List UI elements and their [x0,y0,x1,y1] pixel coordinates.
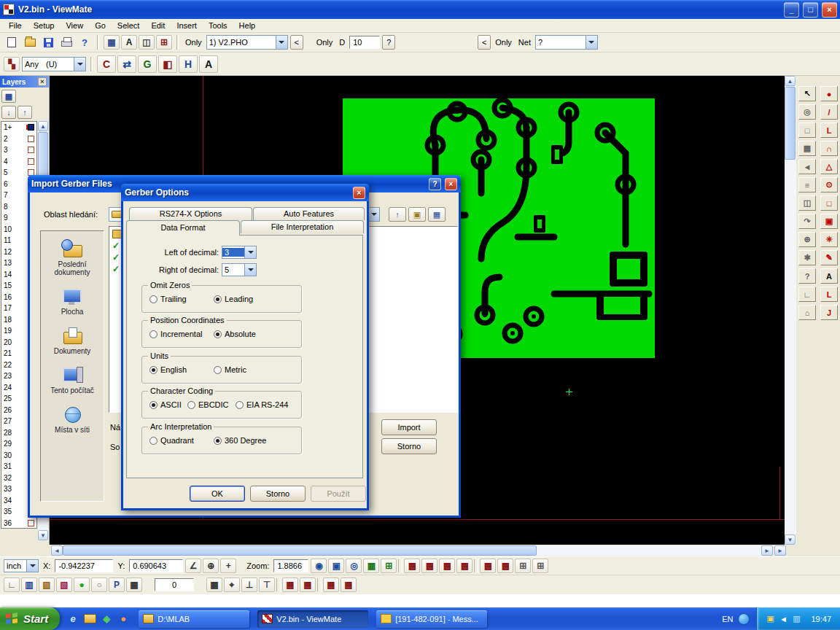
radio-selected-icon[interactable] [149,366,158,374]
highlight-grid-icon[interactable]: ⊞ [156,35,172,50]
radio-quadrant[interactable]: Quadrant [149,436,194,445]
views-icon[interactable]: ▦ [428,207,446,222]
layer-move-down-button[interactable]: ↓ [1,106,16,119]
dcode-filter-combo[interactable]: Any (U) [22,57,86,71]
desktop-quicklaunch-icon[interactable]: ◈ [100,612,113,626]
volume-tray-icon[interactable]: ◄ [777,613,789,625]
relative-origin-icon[interactable]: + [220,559,236,573]
cancel-button[interactable]: Storno [381,438,437,454]
context-help-icon[interactable]: ? [77,34,93,50]
place-network[interactable]: Místa v síti [41,400,104,439]
dialog-close-icon[interactable]: × [353,187,365,199]
radio-icon[interactable] [149,437,158,445]
aperture-table-icon[interactable]: ▦ [104,35,120,50]
probe-icon[interactable]: P [109,578,125,592]
scroll-up-icon[interactable]: ▲ [785,76,796,86]
add-rectangle-icon[interactable]: □ [820,195,838,211]
radio-ebcdic[interactable]: EBCDIC [187,400,229,409]
menu-item[interactable]: Setup [28,20,61,31]
scroll-left-icon[interactable]: ◄ [51,545,63,556]
radio-icon[interactable] [149,330,158,338]
prev-film-button[interactable]: < [290,35,303,50]
import-button[interactable]: Import [381,419,437,435]
radio-english[interactable]: English [149,365,187,374]
place-recent-documents[interactable]: Poslední dokumenty [41,234,104,281]
layer-color-swatch[interactable] [28,158,34,165]
text-a-icon[interactable]: A [199,55,218,73]
pan-grid-2-icon[interactable]: ⊞ [532,559,548,573]
up-folder-icon[interactable]: ↑ [389,207,406,222]
menu-item[interactable]: File [3,20,28,31]
menu-item[interactable]: Go [89,20,112,31]
close-button[interactable]: × [822,2,837,18]
grid-dots-icon[interactable]: ▦ [363,559,379,573]
radio-trailing[interactable]: Trailing [149,295,187,303]
scrollbar-thumb[interactable] [63,545,537,556]
chevron-down-icon[interactable] [368,208,379,221]
ime-tray-icon[interactable] [738,613,750,625]
layer-row[interactable]: 4 [1,156,36,168]
cancel-button[interactable]: Storno [250,486,306,502]
right-of-decimal-combo[interactable]: 5 [222,263,257,276]
layer-move-up-button[interactable]: ↑ [18,106,32,119]
tab-file-interpretation[interactable]: File Interpretation [241,220,364,233]
film-red-4-icon[interactable]: ▩ [341,578,357,592]
corner-ruler-icon[interactable]: ∟ [4,578,20,592]
tab-data-format[interactable]: Data Format [126,220,240,236]
taskbar-task[interactable]: D:\MLAB [139,610,249,628]
canvas-horizontal-scrollbar[interactable]: ◄ ► ► [0,545,840,556]
add-polyline-icon[interactable]: L [820,122,838,138]
mirror-icon[interactable]: ◄ [798,159,816,174]
select-net-icon[interactable]: ◎ [798,104,816,120]
ok-button[interactable]: OK [190,486,245,502]
scroll-up-icon[interactable]: ▲ [38,121,48,131]
radio-metric[interactable]: Metric [214,365,246,374]
place-computer[interactable]: Tento počítač [41,360,104,400]
grid-lines-icon[interactable]: ⊞ [381,559,397,573]
net-select-combo[interactable]: ? [535,35,598,50]
radio-icon[interactable] [214,366,222,374]
radio-selected-icon[interactable] [214,295,222,303]
film-red-3-icon[interactable]: ▩ [323,578,339,592]
layers-close-icon[interactable]: × [38,77,47,86]
menu-item[interactable]: Help [233,20,262,31]
select-area-icon[interactable]: ▦ [798,141,816,156]
select-group-icon[interactable]: □ [798,122,816,138]
radio-selected-icon[interactable] [149,401,158,409]
separator[interactable] [474,559,478,572]
menu-item[interactable]: Tools [203,20,233,31]
layer-table-button[interactable]: ▦ [1,90,16,103]
scroll-right-icon[interactable]: ► [761,545,773,556]
update-tray-icon[interactable]: ▣ [764,613,776,625]
radio-selected-icon[interactable] [214,437,222,445]
chevron-down-icon[interactable] [244,264,256,276]
radio-icon[interactable] [149,295,158,303]
origin-icon[interactable]: ⊕ [203,559,219,573]
chevron-down-icon[interactable] [26,560,38,572]
h-pattern-icon[interactable]: H [179,55,198,73]
new-folder-icon[interactable]: ▣ [408,207,426,222]
add-arc-icon[interactable]: ∩ [820,141,838,156]
radio-360-degree[interactable]: 360 Degree [214,436,267,445]
dialog-help-icon[interactable]: ? [429,178,441,190]
split-view-icon[interactable]: ◧ [158,55,177,73]
layer-row[interactable]: 36 [1,518,36,529]
scroll-down-icon[interactable]: ▼ [785,534,796,545]
network-tray-icon[interactable]: ▥ [790,613,802,625]
lamp-icon[interactable]: ○ [91,578,107,592]
menu-item[interactable]: Edit [145,20,171,31]
menu-item[interactable]: Insert [171,20,203,31]
menu-item[interactable]: View [60,20,89,31]
tab-rs274x-options[interactable]: RS274-X Options [129,207,252,220]
anchor-top-icon[interactable]: ⊤ [259,578,275,592]
ie-quicklaunch-icon[interactable]: e [66,612,79,626]
rotate-icon[interactable]: ↷ [798,214,816,229]
film-box-icon[interactable]: ◫ [139,35,155,50]
radio-icon[interactable] [236,401,244,409]
language-indicator[interactable]: EN [717,615,738,623]
layer-row[interactable]: 2 [1,133,36,145]
add-thermal-icon[interactable]: ✳ [820,232,838,247]
film-select-4-icon[interactable]: ▩ [456,559,472,573]
grid-small-icon[interactable]: ▦ [206,578,222,592]
measure-corner-icon[interactable]: ∟ [798,287,816,302]
